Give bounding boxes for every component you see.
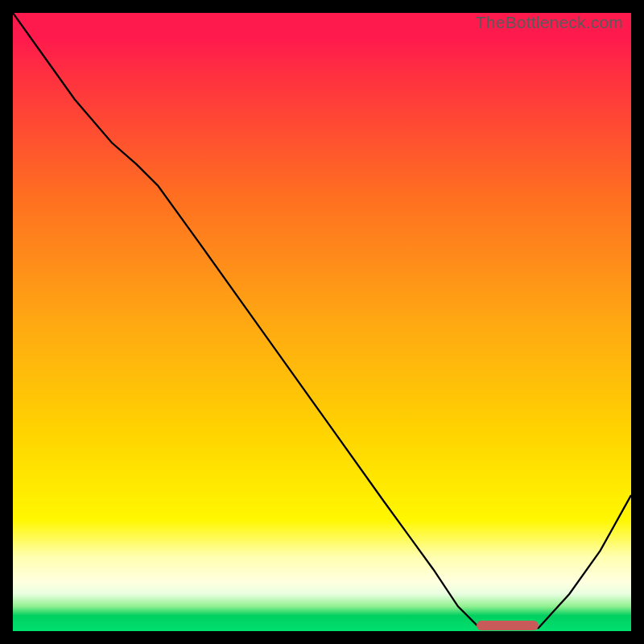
- chart-frame: TheBottleneck.com: [0, 0, 644, 644]
- plot-area: TheBottleneck.com: [13, 13, 631, 631]
- bottleneck-curve: [13, 13, 631, 631]
- optimal-marker: [477, 621, 539, 630]
- curve-path: [13, 13, 631, 628]
